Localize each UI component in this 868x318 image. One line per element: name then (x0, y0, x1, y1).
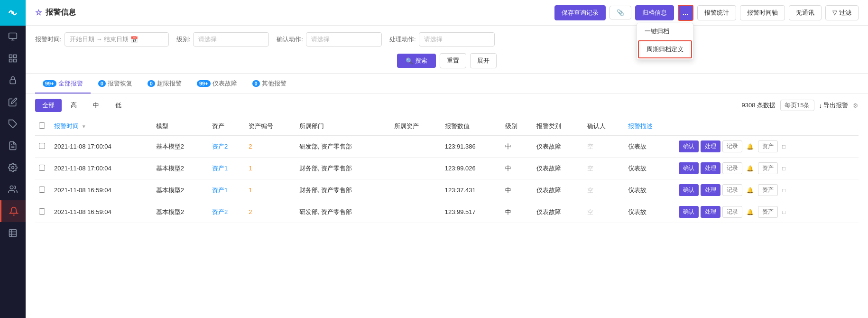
row-actions: 确认 处理 记录 🔔 资产 □ (675, 158, 859, 179)
calendar-icon: 📅 (130, 36, 138, 43)
header-checkbox[interactable] (35, 117, 50, 136)
paperclip-icon: 📎 (617, 9, 624, 16)
tab-overlimit[interactable]: 0 超限报警 (140, 74, 189, 94)
row-actions: 确认 处理 记录 🔔 资产 □ (675, 136, 859, 158)
sidebar-item-tag[interactable] (0, 113, 26, 135)
settings-icon[interactable]: ⚙ (853, 102, 859, 109)
bell-icon-button[interactable]: 🔔 (744, 141, 756, 152)
per-page-info[interactable]: 每页15条 (780, 100, 814, 111)
row-model: 基本模型2 (152, 179, 208, 201)
row-checkbox[interactable] (35, 201, 50, 223)
select-all-checkbox[interactable] (39, 122, 45, 129)
record-button[interactable]: 记录 (722, 162, 742, 174)
row-asset-belonging (390, 136, 441, 158)
attachment-button[interactable]: 📎 (609, 6, 631, 19)
copy-icon-button[interactable]: □ (780, 207, 788, 217)
page-title-area: ☆ 报警信息 (35, 8, 76, 18)
row-asset-belonging (390, 179, 441, 201)
no-contact-button[interactable]: 无通讯 (789, 5, 822, 20)
expand-button[interactable]: 展开 (470, 53, 497, 68)
process-button[interactable]: 处理 (701, 140, 720, 152)
level-select[interactable]: 请选择 (193, 32, 269, 47)
record-button[interactable]: 记录 (722, 184, 742, 196)
confirm-button[interactable]: 确认 (679, 184, 699, 196)
one-click-archive-item[interactable]: 一键归档 (637, 23, 693, 39)
process-button[interactable]: 处理 (701, 184, 720, 196)
row-asset[interactable]: 资产2 (208, 136, 245, 158)
record-button[interactable]: 记录 (722, 206, 742, 218)
time-range-input[interactable]: 开始日期 → 结束日期 📅 (65, 32, 169, 47)
archive-button[interactable]: 归档信息 (635, 5, 674, 20)
row-asset-code[interactable]: 1 (245, 179, 295, 201)
sidebar-item-settings[interactable] (0, 157, 26, 178)
row-alarm-value: 123:91.386 (441, 136, 501, 158)
svg-rect-6 (14, 59, 17, 62)
search-icon: 🔍 (406, 57, 413, 65)
copy-icon-button[interactable]: □ (780, 163, 788, 174)
header-alarm-value: 报警数值 (441, 117, 501, 136)
row-asset[interactable]: 资产1 (208, 158, 245, 179)
asset-button[interactable]: 资产 (758, 206, 778, 218)
timeline-button[interactable]: 报警时间轴 (740, 5, 785, 20)
sub-tabs-left: 全部 高 中 低 (35, 99, 129, 112)
row-asset-code[interactable]: 1 (245, 158, 295, 179)
row-asset-code[interactable]: 2 (245, 136, 295, 158)
more-button[interactable]: ... (678, 5, 693, 21)
total-count: 9308 条数据 (741, 101, 776, 110)
tab-all-alarms[interactable]: 99+ 全部报警 (35, 74, 91, 94)
row-asset[interactable]: 资产2 (208, 201, 245, 223)
row-asset[interactable]: 资产1 (208, 179, 245, 201)
tab-recover[interactable]: 0 报警恢复 (91, 74, 140, 94)
process-action-select[interactable]: 请选择 (419, 32, 495, 47)
confirm-action-select[interactable]: 请选择 (306, 32, 382, 47)
statistics-button[interactable]: 报警统计 (697, 5, 736, 20)
level-placeholder: 请选择 (198, 36, 217, 43)
sidebar-item-grid[interactable] (0, 47, 26, 69)
process-button[interactable]: 处理 (701, 206, 720, 218)
sub-tab-low[interactable]: 低 (108, 99, 129, 112)
row-alarm-type: 仪表故障 (533, 158, 583, 179)
sidebar-item-edit[interactable] (0, 91, 26, 113)
asset-button[interactable]: 资产 (758, 162, 778, 174)
asset-button[interactable]: 资产 (758, 184, 778, 196)
sidebar-item-monitor[interactable] (0, 26, 26, 47)
sub-tab-all[interactable]: 全部 (35, 99, 62, 112)
filter-button[interactable]: ▽ 过滤 (825, 5, 859, 20)
app-logo[interactable] (0, 0, 26, 26)
bell-icon-button[interactable]: 🔔 (744, 185, 756, 196)
sub-tab-medium[interactable]: 中 (86, 99, 106, 112)
row-checkbox[interactable] (35, 136, 50, 158)
copy-icon-button[interactable]: □ (780, 185, 788, 196)
row-checkbox[interactable] (35, 179, 50, 201)
row-checkbox[interactable] (35, 158, 50, 179)
confirm-button[interactable]: 确认 (679, 140, 699, 152)
record-button[interactable]: 记录 (722, 140, 742, 152)
header-time[interactable]: 报警时间 ▼ (50, 117, 152, 136)
confirm-button[interactable]: 确认 (679, 162, 699, 174)
process-button[interactable]: 处理 (701, 162, 720, 174)
sidebar-item-table[interactable] (0, 222, 26, 244)
sidebar-item-alert[interactable] (0, 200, 26, 222)
content-area: 99+ 全部报警 0 报警恢复 0 超限报警 99+ 仪表故障 0 其他报警 (26, 74, 868, 318)
search-button[interactable]: 🔍 搜索 (397, 54, 436, 68)
reset-button[interactable]: 重置 (440, 53, 466, 68)
page-header: ☆ 报警信息 保存查询记录 📎 归档信息 ... 一键归档 周期归档定义 报警统… (26, 0, 868, 26)
sidebar-item-report[interactable] (0, 135, 26, 157)
row-confirmer: 空 (583, 158, 624, 179)
star-icon[interactable]: ☆ (35, 8, 42, 17)
sidebar-item-lock[interactable] (0, 69, 26, 91)
export-button[interactable]: ↓ 导出报警 (819, 101, 849, 110)
confirm-button[interactable]: 确认 (679, 206, 699, 218)
confirm-action-placeholder: 请选择 (311, 36, 330, 43)
sub-tab-high[interactable]: 高 (64, 99, 84, 112)
bell-icon-button[interactable]: 🔔 (744, 207, 756, 217)
copy-icon-button[interactable]: □ (780, 141, 788, 152)
periodic-archive-item[interactable]: 周期归档定义 (638, 40, 692, 58)
asset-button[interactable]: 资产 (758, 140, 778, 152)
sidebar-item-users[interactable] (0, 178, 26, 200)
row-asset-code[interactable]: 2 (245, 201, 295, 223)
tab-instrument[interactable]: 99+ 仪表故障 (189, 74, 245, 94)
save-query-button[interactable]: 保存查询记录 (554, 5, 606, 20)
bell-icon-button[interactable]: 🔔 (744, 163, 756, 174)
tab-other[interactable]: 0 其他报警 (245, 74, 294, 94)
